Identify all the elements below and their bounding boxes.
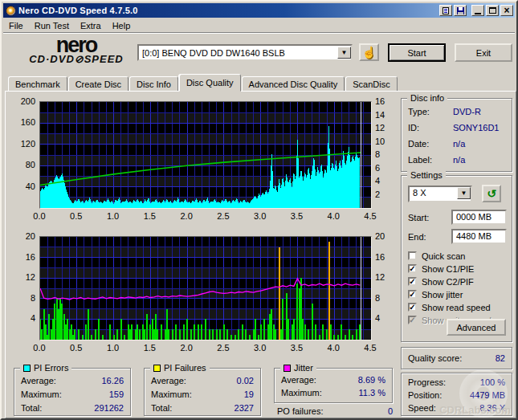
checkbox-icon[interactable]: ✓ bbox=[408, 264, 417, 273]
menu-bar: File Run Test Extra Help bbox=[3, 18, 515, 33]
close-icon: × bbox=[504, 6, 509, 15]
exit-button-label: Exit bbox=[476, 48, 491, 58]
report-button[interactable] bbox=[439, 5, 452, 16]
start-field[interactable]: 0000 MB bbox=[451, 210, 507, 225]
stat-label: Maximum: bbox=[151, 389, 192, 399]
y-axis-tick-label: 16 bbox=[12, 252, 35, 262]
y-axis-tick-label: 80 bbox=[12, 160, 35, 169]
checkbox-icon[interactable]: ✓ bbox=[408, 277, 417, 286]
x-axis-tick-label: 3.0 bbox=[250, 211, 271, 221]
stat-label: Maximum: bbox=[21, 389, 62, 399]
position-value: 4479 MB bbox=[470, 390, 505, 400]
report-icon bbox=[443, 7, 449, 14]
tab-advanced-disc-quality[interactable]: Advanced Disc Quality bbox=[242, 76, 345, 92]
menu-extra[interactable]: Extra bbox=[75, 19, 107, 32]
maximize-button[interactable] bbox=[486, 5, 499, 16]
drive-select[interactable]: [0:0] BENQ DVD DD DW1640 BSLB ▼ bbox=[137, 44, 353, 61]
checkbox-show-jitter[interactable]: ✓Show jitter bbox=[408, 288, 508, 300]
end-field[interactable]: 4480 MB bbox=[451, 229, 507, 244]
scan-speed-select[interactable]: 8 X ▼ bbox=[408, 186, 472, 202]
po-failures-value: 0 bbox=[388, 406, 393, 416]
speed-label: Speed: bbox=[408, 403, 436, 413]
tab-benchmark[interactable]: Benchmark bbox=[8, 76, 67, 92]
tab-disc-info[interactable]: Disc Info bbox=[129, 76, 178, 92]
chevron-down-icon[interactable]: ▼ bbox=[337, 47, 351, 59]
checkbox-icon[interactable]: ✓ bbox=[408, 303, 417, 312]
stat-value: 11.3 % bbox=[359, 388, 385, 398]
right-axis-tick-label: 8 bbox=[375, 149, 380, 159]
disc-info-label: ID: bbox=[408, 123, 419, 133]
x-axis-tick-label: 0.5 bbox=[66, 211, 87, 221]
checkbox-show-c1-pie[interactable]: ✓Show C1/PIE bbox=[408, 263, 508, 275]
pi-errors-stats-box: PI Errors Average:16.26 Maximum:159 Tota… bbox=[14, 368, 131, 416]
right-axis-tick-label: 16 bbox=[375, 96, 385, 106]
y-axis-tick-label: 8 bbox=[12, 293, 35, 303]
y-axis-tick-label: 40 bbox=[12, 181, 35, 191]
tab-strip: Benchmark Create Disc Disc Info Disc Qua… bbox=[8, 74, 515, 92]
x-axis-tick-label: 4.5 bbox=[360, 343, 381, 353]
stat-value: 19 bbox=[244, 389, 254, 399]
checkbox-icon[interactable]: ✓ bbox=[408, 290, 417, 299]
checkbox-label: Show C2/PIF bbox=[422, 277, 474, 287]
x-axis-tick-label: 4.5 bbox=[360, 211, 381, 221]
stat-value: 16.26 bbox=[101, 376, 124, 385]
chart-plot-area bbox=[39, 101, 372, 209]
menu-help[interactable]: Help bbox=[107, 19, 137, 32]
tab-disc-quality[interactable]: Disc Quality bbox=[179, 74, 241, 92]
right-axis-tick-label: 12 bbox=[375, 123, 385, 133]
app-icon bbox=[6, 6, 16, 16]
y-axis-tick-label: 200 bbox=[12, 96, 35, 106]
stat-label: Maximum: bbox=[281, 388, 322, 398]
checkbox-show-read-speed[interactable]: ✓Show read speed bbox=[408, 301, 508, 313]
chart-plot-area bbox=[39, 236, 372, 340]
checkbox-label: Quick scan bbox=[422, 251, 465, 261]
x-axis-tick-label: 0.5 bbox=[66, 343, 87, 353]
jitter-stats-title: Jitter bbox=[294, 363, 313, 373]
po-failures-label: PO failures: bbox=[277, 406, 323, 416]
x-axis-tick-label: 3.5 bbox=[286, 211, 307, 221]
disc-type-value: DVD-R bbox=[453, 107, 481, 116]
advanced-button[interactable]: Advanced bbox=[447, 319, 506, 336]
menu-file[interactable]: File bbox=[3, 19, 29, 32]
advanced-button-label: Advanced bbox=[457, 323, 496, 332]
checkbox-quick-scan[interactable]: Quick scan bbox=[408, 250, 508, 262]
pi-failures-jitter-chart: 20161284201612840.00.51.01.52.02.53.03.5… bbox=[12, 233, 396, 361]
start-button[interactable]: Start bbox=[388, 43, 446, 62]
maximize-icon bbox=[489, 7, 496, 14]
y-axis-tick-label: 160 bbox=[12, 117, 35, 127]
settings-box: Settings 8 X ▼ ↺ Start: 0000 MB End: 448… bbox=[401, 175, 512, 342]
jitter-stats-box: Jitter Average:8.69 % Maximum:11.3 % bbox=[274, 368, 393, 403]
stat-value: 8.69 % bbox=[358, 375, 385, 385]
disc-info-label: Date: bbox=[408, 139, 429, 149]
start-button-label: Start bbox=[407, 48, 426, 58]
pi-errors-chart: 20016012080401614121086420.00.51.01.52.0… bbox=[12, 98, 396, 230]
x-axis-tick-label: 2.0 bbox=[176, 343, 197, 353]
chevron-down-icon[interactable]: ▼ bbox=[457, 187, 471, 199]
minimize-button[interactable] bbox=[471, 5, 484, 16]
tab-scandisc[interactable]: ScanDisc bbox=[345, 76, 397, 92]
progress-value: 100 % bbox=[480, 377, 505, 387]
checkbox-show-c2-pif[interactable]: ✓Show C2/PIF bbox=[408, 275, 508, 287]
refresh-icon: ↺ bbox=[487, 187, 496, 200]
quality-score-label: Quality score: bbox=[408, 353, 462, 363]
menu-run-test[interactable]: Run Test bbox=[29, 19, 75, 32]
right-axis-tick-label: 6 bbox=[375, 163, 380, 173]
disc-info-label: Label: bbox=[408, 155, 432, 165]
stat-value: 0.02 bbox=[237, 376, 254, 385]
close-button[interactable]: × bbox=[500, 5, 513, 16]
tab-create-disc[interactable]: Create Disc bbox=[68, 76, 128, 92]
checkbox-label: Show jitter bbox=[422, 290, 463, 300]
stat-label: Average: bbox=[21, 376, 56, 385]
right-axis-tick-label: 20 bbox=[375, 231, 385, 241]
stat-label: Average: bbox=[281, 375, 316, 385]
exit-button[interactable]: Exit bbox=[455, 43, 512, 62]
save-button[interactable] bbox=[454, 5, 467, 16]
stat-value: 159 bbox=[109, 389, 124, 399]
checkbox-icon[interactable] bbox=[408, 251, 417, 260]
pi-failures-swatch bbox=[153, 365, 161, 372]
refresh-button[interactable]: ↺ bbox=[482, 185, 501, 202]
eject-button[interactable]: ☝ bbox=[359, 43, 379, 61]
stat-value: 291262 bbox=[94, 403, 124, 413]
disc-info-title: Disc info bbox=[407, 93, 447, 103]
stat-label: Total: bbox=[21, 403, 42, 413]
